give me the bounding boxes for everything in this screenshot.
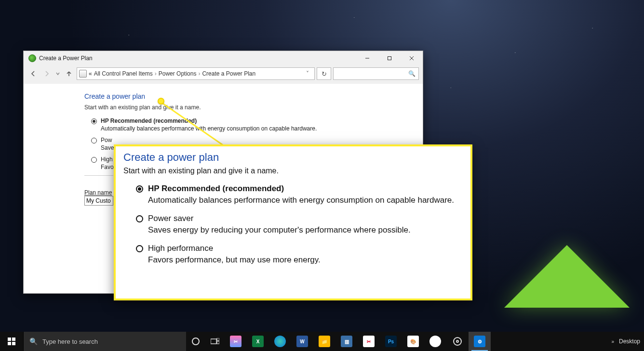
option-label: High: [101, 156, 113, 163]
svg-rect-6: [217, 338, 219, 340]
nav-up-button[interactable]: [63, 68, 75, 79]
taskbar-search[interactable]: 🔍 Type here to search: [23, 332, 186, 351]
control-panel-icon: ⚙: [474, 336, 485, 347]
tray-overflow-icon[interactable]: »: [611, 339, 614, 344]
taskbar-app-photoshop[interactable]: Ps: [380, 332, 402, 351]
snip-icon: ✂: [230, 336, 242, 347]
plan-name-input[interactable]: [84, 196, 113, 206]
option-label: High performance: [148, 244, 213, 253]
search-input[interactable]: 🔍: [333, 67, 419, 80]
scissors-icon: ✂: [363, 336, 375, 347]
minimize-button[interactable]: [356, 51, 378, 65]
maximize-button[interactable]: [378, 51, 401, 65]
taskbar-app-snip[interactable]: ✂: [225, 332, 247, 351]
refresh-button[interactable]: ↻: [317, 67, 331, 80]
power-options-icon: [28, 54, 36, 62]
option-description: Favors performance, but may use more ene…: [148, 255, 463, 265]
taskbar-pinned-apps: ✂ X W 📁 ▥ ✂ Ps 🎨 ❋ ⚙: [225, 332, 491, 351]
breadcrumb-prefix: «: [89, 70, 92, 77]
callout-heading: Create a power plan: [123, 151, 463, 164]
callout-option-high-performance[interactable]: High performance: [136, 244, 463, 253]
highlight-marker: [158, 98, 164, 104]
taskbar-app-paint[interactable]: 🎨: [402, 332, 424, 351]
excel-icon: X: [252, 336, 264, 347]
breadcrumb-item[interactable]: Create a Power Plan: [202, 70, 255, 77]
nav-forward-button[interactable]: [41, 68, 53, 79]
svg-line-4: [161, 103, 224, 146]
nav-recent-dropdown[interactable]: [54, 68, 61, 79]
search-icon: 🔍: [29, 338, 38, 345]
radio-button[interactable]: [136, 245, 143, 252]
task-view-icon: [211, 338, 219, 345]
search-icon: 🔍: [408, 70, 416, 77]
taskbar-app-edge[interactable]: [269, 332, 291, 351]
plan-option-hp-recommended[interactable]: HP Recommended (recommended): [91, 117, 413, 124]
show-desktop-label[interactable]: Desktop: [619, 338, 640, 345]
radio-button[interactable]: [136, 185, 143, 193]
taskbar-app-settings[interactable]: [446, 332, 469, 351]
chevron-right-icon: ›: [155, 70, 157, 77]
cortana-icon: [192, 338, 200, 345]
option-label: Pow: [101, 137, 112, 143]
search-placeholder: Type here to search: [42, 338, 98, 345]
option-label: HP Recommended (recommended): [148, 184, 284, 194]
breadcrumb-item[interactable]: All Control Panel Items: [94, 70, 153, 77]
radio-button[interactable]: [91, 138, 97, 143]
nav-toolbar: « All Control Panel Items › Power Option…: [24, 65, 423, 84]
windows-logo-icon: [8, 338, 15, 345]
page-subheading: Start with an existing plan and give it …: [84, 104, 413, 111]
gear-icon: [453, 337, 462, 346]
folder-icon: 📁: [319, 336, 330, 347]
taskbar: 🔍 Type here to search ✂ X W 📁 ▥ ✂ Ps 🎨 ❋…: [0, 332, 644, 351]
radio-button[interactable]: [136, 215, 143, 222]
taskbar-app-snipping-tool[interactable]: ✂: [358, 332, 380, 351]
plan-option-power-saver[interactable]: Pow: [91, 137, 413, 143]
taskbar-app-slack[interactable]: ❋: [424, 332, 446, 351]
taskbar-app-task-manager[interactable]: ▥: [335, 332, 358, 351]
option-description: Automatically balances performance with …: [101, 125, 413, 132]
location-icon: [79, 70, 87, 78]
taskbar-app-word[interactable]: W: [291, 332, 313, 351]
window-controls: [356, 51, 423, 65]
titlebar: Create a Power Plan: [24, 51, 423, 65]
svg-rect-1: [388, 57, 391, 60]
breadcrumb-item[interactable]: Power Options: [159, 70, 197, 77]
option-description: Automatically balances performance with …: [148, 195, 463, 205]
slack-icon: ❋: [429, 336, 441, 347]
option-description: Saves energy by reducing your computer's…: [148, 225, 463, 235]
start-button[interactable]: [0, 332, 23, 351]
svg-rect-5: [211, 339, 216, 344]
photoshop-icon: Ps: [385, 336, 397, 347]
radio-button[interactable]: [91, 118, 97, 124]
close-button[interactable]: [401, 51, 423, 65]
callout-option-power-saver[interactable]: Power saver: [136, 214, 463, 223]
page-heading: Create a power plan: [84, 92, 413, 100]
task-view-button[interactable]: [205, 332, 225, 351]
cortana-button[interactable]: [186, 332, 205, 351]
edge-icon: [274, 336, 286, 347]
taskbar-tray: » Desktop: [611, 338, 644, 345]
option-label: Power saver: [148, 214, 193, 223]
word-icon: W: [296, 336, 308, 347]
taskbar-app-file-explorer[interactable]: 📁: [313, 332, 335, 351]
callout-subheading: Start with an existing plan and give it …: [123, 167, 463, 175]
window-title: Create a Power Plan: [39, 55, 93, 62]
desktop: Create a Power Plan: [0, 0, 644, 351]
task-manager-icon: ▥: [341, 336, 352, 347]
svg-rect-7: [217, 341, 219, 344]
zoom-callout: Create a power plan Start with an existi…: [114, 144, 472, 300]
breadcrumb-dropdown[interactable]: ˅: [303, 70, 312, 77]
callout-option-hp-recommended[interactable]: HP Recommended (recommended): [136, 184, 463, 194]
chevron-right-icon: ›: [198, 70, 200, 77]
paint-icon: 🎨: [407, 336, 419, 347]
radio-button[interactable]: [91, 157, 97, 163]
breadcrumb-bar[interactable]: « All Control Panel Items › Power Option…: [77, 67, 315, 80]
tent-graphic: [504, 235, 630, 308]
taskbar-app-control-panel[interactable]: ⚙: [469, 332, 491, 351]
nav-back-button[interactable]: [27, 68, 39, 79]
taskbar-app-excel[interactable]: X: [247, 332, 269, 351]
